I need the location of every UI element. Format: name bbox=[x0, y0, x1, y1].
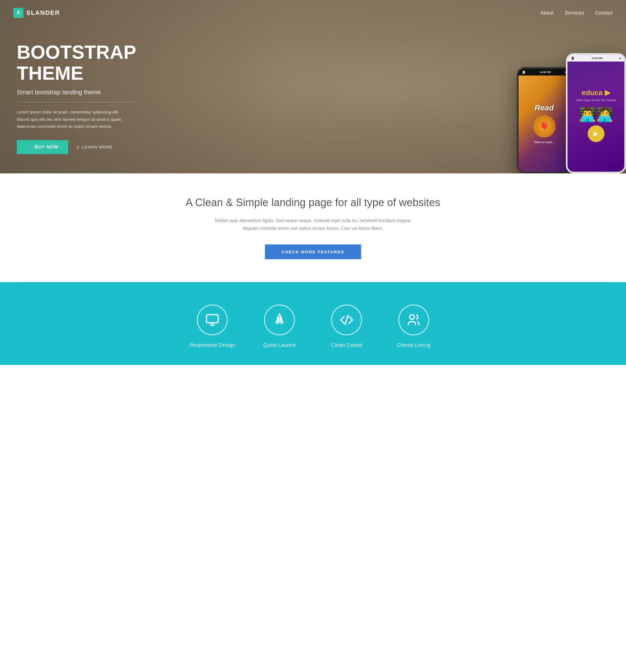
phone-black: ▐▌ 14:06 PM ■ Read 🎈 How to read... bbox=[517, 67, 572, 173]
teal-section: Responsive Design Quick Launch bbox=[0, 282, 626, 365]
code-icon bbox=[340, 313, 353, 327]
phone-black-screen: Read 🎈 How to read... bbox=[518, 75, 570, 172]
buy-now-button[interactable]: 🛒 BUY NOW bbox=[17, 140, 68, 154]
hero-subtitle: Smart bootstrap landing theme bbox=[17, 89, 129, 96]
hero-section: BOOTSTRAP THEME Smart bootstrap landing … bbox=[0, 0, 626, 173]
rocket-icon bbox=[273, 313, 286, 327]
svg-rect-0 bbox=[206, 315, 218, 323]
hero-buttons: 🛒 BUY NOW ⊙ LEARN MORE bbox=[17, 140, 129, 154]
middle-description: Nullam quis elementum ligula. Sed neque … bbox=[207, 217, 419, 232]
learn-label: LEARN MORE bbox=[82, 145, 112, 149]
phone-white: ▐▌ 14:06 PM ■ educa ▶ Video Player for t… bbox=[566, 53, 626, 173]
launch-label: Quick Launch bbox=[252, 342, 307, 348]
nav-about[interactable]: About bbox=[540, 10, 554, 16]
phone-white-battery: ■ bbox=[620, 57, 621, 59]
buy-icon: 🛒 bbox=[27, 145, 32, 149]
phone-white-status: ▐▌ 14:06 PM ■ bbox=[567, 55, 624, 62]
phone-mockups: ▐▌ 14:06 PM ■ Read 🎈 How to read... ▐▌ 1… bbox=[517, 53, 626, 173]
hero-title: BOOTSTRAP THEME bbox=[17, 42, 129, 83]
phone-white-screen: educa ▶ Video Player for the Non Scholar… bbox=[567, 62, 624, 172]
hero-divider bbox=[17, 102, 134, 102]
nav-contact[interactable]: Contact bbox=[595, 10, 612, 16]
features-grid: Responsive Design Quick Launch bbox=[179, 305, 447, 348]
logo-icon: ✗ bbox=[14, 8, 23, 18]
hero-description: Lorem ipsum dolor sit amet, consectetur … bbox=[17, 109, 129, 130]
phone-black-status: ▐▌ 14:06 PM ■ bbox=[518, 69, 570, 75]
responsive-icon-circle bbox=[197, 305, 228, 335]
hero-content: BOOTSTRAP THEME Smart bootstrap landing … bbox=[0, 19, 145, 154]
clients-label: Clients Loving bbox=[386, 342, 442, 348]
phone-white-time: 14:06 PM bbox=[592, 57, 603, 59]
logo-text: SLANDER bbox=[26, 9, 60, 17]
check-features-button[interactable]: CHECK MORE FEATURES bbox=[265, 244, 361, 259]
logo[interactable]: ✗ SLANDER bbox=[14, 8, 60, 18]
navbar: ✗ SLANDER About Services Contact bbox=[0, 0, 626, 26]
svg-point-5 bbox=[410, 315, 414, 319]
svg-point-3 bbox=[278, 317, 281, 320]
phone-black-time: 14:06 PM bbox=[540, 71, 551, 74]
clients-icon-circle bbox=[398, 305, 429, 335]
coded-icon-circle bbox=[331, 305, 362, 335]
learn-more-button[interactable]: ⊙ LEARN MORE bbox=[76, 145, 112, 149]
feature-clients: Clients Loving bbox=[386, 305, 442, 348]
phone-black-signal: ▐▌ bbox=[522, 71, 526, 74]
feature-responsive: Responsive Design bbox=[184, 305, 240, 348]
learn-icon: ⊙ bbox=[76, 145, 80, 149]
svg-line-4 bbox=[345, 315, 348, 325]
coded-label: Clean Coded bbox=[319, 342, 374, 348]
nav-services[interactable]: Services bbox=[565, 10, 584, 16]
middle-title: A Clean & Simple landing page for all ty… bbox=[17, 196, 609, 210]
launch-icon-circle bbox=[264, 305, 295, 335]
middle-section: A Clean & Simple landing page for all ty… bbox=[0, 173, 626, 282]
buy-label: BUY NOW bbox=[35, 145, 58, 150]
monitor-icon bbox=[205, 313, 219, 327]
nav-links: About Services Contact bbox=[540, 10, 612, 16]
feature-launch: Quick Launch bbox=[252, 305, 307, 348]
feature-coded: Clean Coded bbox=[319, 305, 374, 348]
users-icon bbox=[407, 313, 421, 327]
phone-white-signal: ▐▌ bbox=[571, 57, 575, 59]
responsive-label: Responsive Design bbox=[184, 342, 240, 348]
